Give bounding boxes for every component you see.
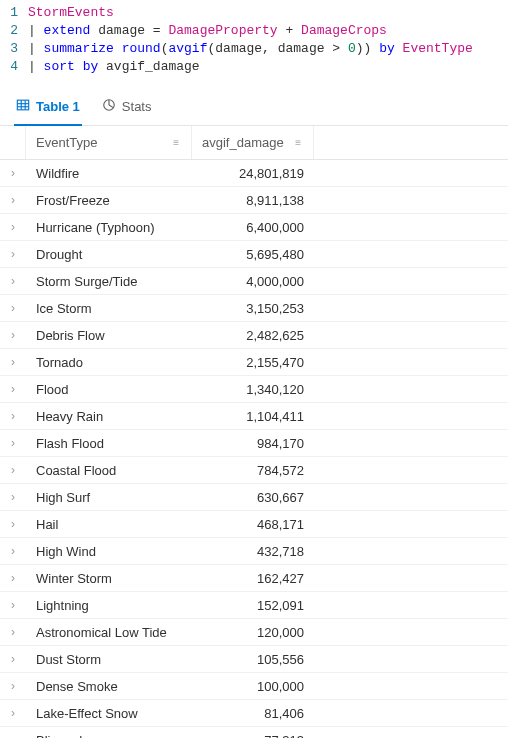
expand-row-icon[interactable]: › xyxy=(0,706,26,720)
code-line[interactable]: 3| summarize round(avgif(damage, damage … xyxy=(0,40,508,58)
table-row[interactable]: ›Storm Surge/Tide4,000,000 xyxy=(0,268,508,295)
expand-row-icon[interactable]: › xyxy=(0,679,26,693)
expand-row-icon[interactable]: › xyxy=(0,166,26,180)
table-row[interactable]: ›High Wind432,718 xyxy=(0,538,508,565)
cell-eventtype: Lightning xyxy=(26,598,192,613)
line-number: 4 xyxy=(0,58,28,76)
cell-avgif-damage: 120,000 xyxy=(192,625,314,640)
cell-eventtype: Drought xyxy=(26,247,192,262)
cell-avgif-damage: 5,695,480 xyxy=(192,247,314,262)
expand-row-icon[interactable]: › xyxy=(0,598,26,612)
cell-avgif-damage: 152,091 xyxy=(192,598,314,613)
expand-row-icon[interactable]: › xyxy=(0,193,26,207)
column-menu-icon[interactable]: ≡ xyxy=(293,138,303,148)
tab-table-label: Table 1 xyxy=(36,99,80,114)
expand-row-icon[interactable]: › xyxy=(0,409,26,423)
cell-eventtype: Flash Flood xyxy=(26,436,192,451)
cell-eventtype: Hail xyxy=(26,517,192,532)
cell-eventtype: Lake-Effect Snow xyxy=(26,706,192,721)
expand-row-icon[interactable]: › xyxy=(0,517,26,531)
table-row[interactable]: ›Winter Storm162,427 xyxy=(0,565,508,592)
column-header-avgif-damage[interactable]: avgif_damage ≡ xyxy=(192,126,314,159)
expand-row-icon[interactable]: › xyxy=(0,247,26,261)
cell-avgif-damage: 24,801,819 xyxy=(192,166,314,181)
table-row[interactable]: ›Hurricane (Typhoon)6,400,000 xyxy=(0,214,508,241)
cell-eventtype: Wildfire xyxy=(26,166,192,181)
table-row[interactable]: ›Frost/Freeze8,911,138 xyxy=(0,187,508,214)
cell-avgif-damage: 162,427 xyxy=(192,571,314,586)
code-content[interactable]: | summarize round(avgif(damage, damage >… xyxy=(28,40,473,58)
column-header-eventtype[interactable]: EventType ≡ xyxy=(26,126,192,159)
line-number: 3 xyxy=(0,40,28,58)
expand-row-icon[interactable]: › xyxy=(0,544,26,558)
cell-eventtype: Heavy Rain xyxy=(26,409,192,424)
expand-row-icon[interactable]: › xyxy=(0,382,26,396)
cell-eventtype: High Surf xyxy=(26,490,192,505)
table-row[interactable]: ›Coastal Flood784,572 xyxy=(0,457,508,484)
table-row[interactable]: ›Debris Flow2,482,625 xyxy=(0,322,508,349)
table-row[interactable]: ›Flood1,340,120 xyxy=(0,376,508,403)
cell-eventtype: Astronomical Low Tide xyxy=(26,625,192,640)
table-row[interactable]: ›High Surf630,667 xyxy=(0,484,508,511)
table-row[interactable]: ›Drought5,695,480 xyxy=(0,241,508,268)
table-row[interactable]: ›Tornado2,155,470 xyxy=(0,349,508,376)
code-content[interactable]: StormEvents xyxy=(28,4,114,22)
code-content[interactable]: | sort by avgif_damage xyxy=(28,58,200,76)
cell-avgif-damage: 2,155,470 xyxy=(192,355,314,370)
svg-rect-0 xyxy=(17,100,28,110)
cell-eventtype: Storm Surge/Tide xyxy=(26,274,192,289)
table-row[interactable]: ›Ice Storm3,150,253 xyxy=(0,295,508,322)
table-icon xyxy=(16,98,30,115)
expand-row-icon[interactable]: › xyxy=(0,220,26,234)
cell-eventtype: Frost/Freeze xyxy=(26,193,192,208)
code-line[interactable]: 1StormEvents xyxy=(0,4,508,22)
cell-avgif-damage: 100,000 xyxy=(192,679,314,694)
cell-eventtype: Dust Storm xyxy=(26,652,192,667)
tab-table[interactable]: Table 1 xyxy=(14,92,82,125)
cell-avgif-damage: 8,911,138 xyxy=(192,193,314,208)
expand-row-icon[interactable]: › xyxy=(0,328,26,342)
table-row[interactable]: ›Lightning152,091 xyxy=(0,592,508,619)
table-row[interactable]: ›Hail468,171 xyxy=(0,511,508,538)
table-row[interactable]: ›Flash Flood984,170 xyxy=(0,430,508,457)
tab-stats[interactable]: Stats xyxy=(100,92,154,125)
cell-eventtype: Dense Smoke xyxy=(26,679,192,694)
tab-stats-label: Stats xyxy=(122,99,152,114)
cell-avgif-damage: 784,572 xyxy=(192,463,314,478)
expand-row-icon[interactable]: › xyxy=(0,625,26,639)
expand-row-icon[interactable]: › xyxy=(0,463,26,477)
column-header-label: EventType xyxy=(36,135,97,150)
cell-avgif-damage: 432,718 xyxy=(192,544,314,559)
code-line[interactable]: 2| extend damage = DamageProperty + Dama… xyxy=(0,22,508,40)
expand-row-icon[interactable]: › xyxy=(0,355,26,369)
expand-row-icon[interactable]: › xyxy=(0,652,26,666)
cell-avgif-damage: 105,556 xyxy=(192,652,314,667)
line-number: 2 xyxy=(0,22,28,40)
cell-avgif-damage: 2,482,625 xyxy=(192,328,314,343)
code-line[interactable]: 4| sort by avgif_damage xyxy=(0,58,508,76)
expand-row-icon[interactable]: › xyxy=(0,490,26,504)
code-content[interactable]: | extend damage = DamageProperty + Damag… xyxy=(28,22,387,40)
expand-row-icon[interactable]: › xyxy=(0,733,26,738)
cell-avgif-damage: 77,313 xyxy=(192,733,314,739)
table-row[interactable]: ›Lake-Effect Snow81,406 xyxy=(0,700,508,727)
column-menu-icon[interactable]: ≡ xyxy=(171,138,181,148)
expand-row-icon[interactable]: › xyxy=(0,274,26,288)
line-number: 1 xyxy=(0,4,28,22)
expand-row-icon[interactable]: › xyxy=(0,436,26,450)
table-row[interactable]: ›Heavy Rain1,104,411 xyxy=(0,403,508,430)
table-row[interactable]: ›Wildfire24,801,819 xyxy=(0,160,508,187)
table-row[interactable]: ›Dust Storm105,556 xyxy=(0,646,508,673)
cell-eventtype: High Wind xyxy=(26,544,192,559)
query-editor[interactable]: 1StormEvents2| extend damage = DamagePro… xyxy=(0,0,508,84)
table-row[interactable]: ›Astronomical Low Tide120,000 xyxy=(0,619,508,646)
cell-avgif-damage: 630,667 xyxy=(192,490,314,505)
table-row[interactable]: ›Blizzard77,313 xyxy=(0,727,508,738)
expand-row-icon[interactable]: › xyxy=(0,571,26,585)
table-row[interactable]: ›Dense Smoke100,000 xyxy=(0,673,508,700)
cell-avgif-damage: 468,171 xyxy=(192,517,314,532)
cell-eventtype: Winter Storm xyxy=(26,571,192,586)
cell-avgif-damage: 4,000,000 xyxy=(192,274,314,289)
expand-row-icon[interactable]: › xyxy=(0,301,26,315)
cell-eventtype: Tornado xyxy=(26,355,192,370)
